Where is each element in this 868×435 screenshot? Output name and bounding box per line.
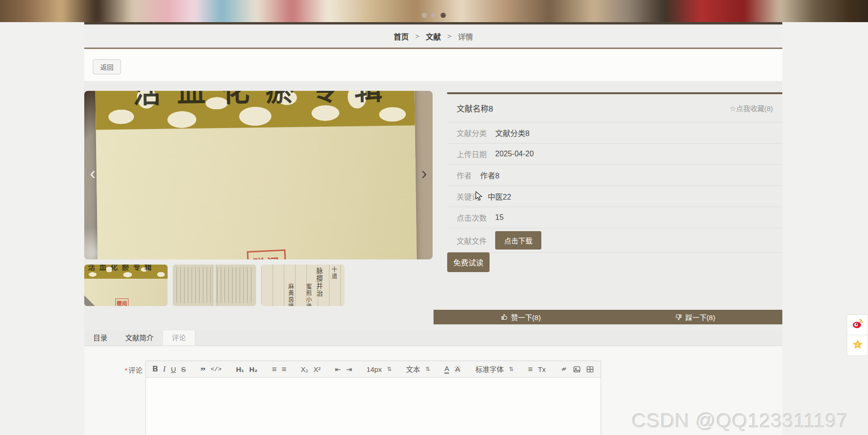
row-label: 点击次数 — [457, 212, 487, 223]
info-row-category: 文献分类 文献分类8 — [447, 122, 782, 144]
row-value: 文献分类8 — [495, 127, 530, 138]
info-row-file: 文献文件 点击下载 — [447, 228, 782, 253]
align-icon[interactable]: ≡ — [528, 365, 533, 373]
tab-summary[interactable]: 文献简介 — [116, 330, 162, 346]
font-size-spinner-icon[interactable]: ⇅ — [387, 366, 392, 372]
subscript-icon[interactable]: X₂ — [301, 366, 308, 373]
banner-carousel-dots — [422, 13, 446, 18]
paragraph-format-spinner-icon[interactable]: ⇅ — [426, 366, 430, 372]
highlight-color-icon[interactable]: A — [454, 365, 461, 373]
rich-text-editor: B I U S ” </> H₁ H₂ ≡ ≡ X₂ X² — [145, 361, 601, 435]
thumbs-up-icon — [501, 314, 508, 321]
blockquote-icon[interactable]: ” — [200, 369, 205, 373]
unordered-list-icon[interactable]: ≡ — [282, 365, 287, 373]
code-icon[interactable]: </> — [210, 366, 221, 372]
page-container: 首页 > 文献 > 详情 返回 活血化瘀专辑 赠阅 ‹ › 活血化瘀专辑 — [84, 22, 782, 435]
breadcrumb-literature[interactable]: 文献 — [426, 31, 441, 42]
document-info-panel: 文献名称8 ☆点我收藏(8) 文献分类 文献分类8 上传日期 2025-04-2… — [447, 92, 782, 253]
superscript-icon[interactable]: X² — [313, 366, 321, 373]
font-color-icon[interactable]: A — [444, 365, 449, 374]
thumb-red-stamp: 赠阅 — [115, 298, 129, 306]
carousel-dot-active[interactable] — [441, 13, 446, 18]
share-weibo-button[interactable] — [847, 314, 868, 335]
breadcrumb-separator: > — [448, 32, 451, 40]
thumb-cover-title: 活血化瘀专辑 — [88, 265, 156, 272]
breadcrumb-detail: 详情 — [458, 31, 473, 42]
image-icon[interactable] — [573, 365, 581, 373]
cover-red-stamp: 赠阅 — [247, 250, 286, 259]
cover-floral-band: 活血化瘀专辑 — [95, 91, 415, 130]
breadcrumb-home[interactable]: 首页 — [394, 31, 409, 42]
font-family-select[interactable]: 标准字体 — [475, 366, 504, 373]
row-label: 作者 — [457, 169, 472, 181]
editor-toolbar: B I U S ” </> H₁ H₂ ≡ ≡ X₂ X² — [145, 361, 601, 378]
heading1-icon[interactable]: H₁ — [236, 366, 244, 373]
page-text: 十道 — [330, 266, 338, 280]
bookshelf-photo — [0, 0, 868, 22]
document-title-row: 文献名称8 ☆点我收藏(8) — [447, 94, 782, 122]
carousel-prev-arrow[interactable]: ‹ — [90, 165, 96, 182]
row-value: 15 — [495, 213, 504, 222]
link-icon[interactable] — [560, 365, 568, 373]
tab-comments[interactable]: 评论 — [162, 330, 195, 346]
carousel-dot[interactable] — [422, 13, 427, 18]
row-label: 文献文件 — [457, 235, 487, 246]
outdent-icon[interactable]: ⇤ — [335, 366, 341, 373]
thumbnail-cover[interactable]: 活血化瘀专辑 赠阅 — [84, 265, 168, 306]
vote-bar: 赞一下(8) 踩一下(8) — [434, 310, 782, 324]
bold-icon[interactable]: B — [153, 365, 158, 373]
like-button[interactable]: 赞一下(8) — [434, 310, 608, 324]
italic-icon[interactable]: I — [163, 365, 166, 373]
indent-icon[interactable]: ⇥ — [346, 366, 352, 373]
clear-format-icon[interactable]: Tx — [538, 366, 546, 373]
carousel-dot[interactable] — [431, 13, 436, 18]
info-row-author: 作者 作者8 — [447, 165, 782, 186]
required-mark: * — [125, 366, 128, 374]
row-value: 2025-04-20 — [495, 150, 534, 158]
font-size-select[interactable]: 14px — [366, 366, 382, 373]
book-cover-photo: 活血化瘀专辑 赠阅 — [95, 91, 417, 259]
download-button[interactable]: 点击下载 — [495, 231, 541, 250]
thumb-corner-shadow — [84, 290, 103, 306]
share-float-panel: Z — [847, 314, 868, 356]
svg-text:Z: Z — [856, 342, 859, 347]
favorite-link[interactable]: ☆点我收藏(8) — [730, 103, 773, 113]
comment-section: *评论 B I U S ” </> H₁ H₂ ≡ ≡ — [84, 346, 782, 435]
tab-toc[interactable]: 目录 — [84, 330, 116, 346]
page-text-columns — [217, 267, 253, 303]
back-button[interactable]: 返回 — [93, 59, 121, 74]
share-qzone-button[interactable]: Z — [847, 335, 868, 356]
thumbnail-strip: 活血化瘀专辑 赠阅 十道 脉撄并治 麻黃茵陳 蜜煎小承 — [84, 265, 345, 306]
thumbs-down-icon — [675, 314, 682, 321]
page-fold — [212, 265, 217, 306]
thumbnail-page-large-text[interactable]: 十道 脉撄并治 麻黃茵陳 蜜煎小承 — [261, 265, 345, 306]
top-banner — [0, 0, 868, 22]
underline-icon[interactable]: U — [171, 366, 176, 373]
weibo-icon — [852, 318, 864, 332]
info-row-upload-date: 上传日期 2025-04-20 — [447, 144, 782, 165]
row-label: 上传日期 — [457, 148, 487, 160]
document-image-carousel[interactable]: 活血化瘀专辑 赠阅 ‹ › — [84, 91, 433, 259]
page-text-columns — [177, 267, 212, 303]
cover-title-text: 活血化瘀专辑 — [133, 91, 399, 111]
like-label: 赞一下(8) — [511, 312, 541, 322]
font-family-spinner-icon[interactable]: ⇅ — [509, 366, 514, 372]
strikethrough-icon[interactable]: S — [181, 366, 186, 373]
action-row: 返回 — [84, 49, 782, 81]
comment-field-label: *评论 — [125, 365, 143, 375]
comment-input-area[interactable] — [145, 378, 601, 435]
info-row-keywords: 关键词 中医22 — [447, 186, 782, 207]
heading2-icon[interactable]: H₂ — [249, 366, 257, 373]
paragraph-format-select[interactable]: 文本 — [406, 366, 420, 373]
qzone-icon: Z — [852, 338, 864, 353]
page-text: 麻黃茵陳 — [287, 283, 295, 306]
ordered-list-icon[interactable]: ≡ — [272, 365, 277, 373]
carousel-next-arrow[interactable]: › — [421, 165, 427, 182]
breadcrumb-separator: > — [415, 32, 419, 40]
video-icon[interactable] — [586, 365, 594, 373]
thumbnail-page-spread[interactable] — [173, 265, 256, 306]
dislike-button[interactable]: 踩一下(8) — [608, 310, 783, 324]
free-trial-button[interactable]: 免费试读 — [447, 252, 490, 272]
favorite-label: 点我收藏(8) — [736, 105, 773, 113]
detail-tabs: 目录 文献简介 评论 — [84, 330, 782, 346]
